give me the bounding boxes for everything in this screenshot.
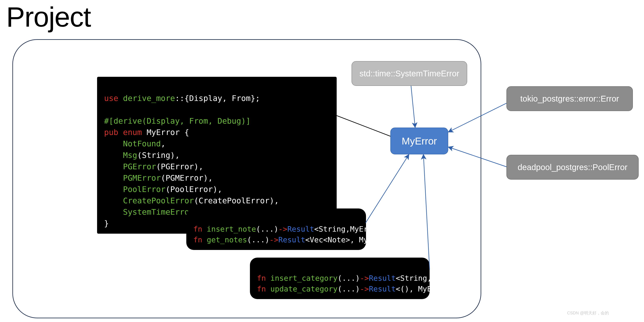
node-systemtime-error: std::time::SystemTimeError — [352, 61, 467, 86]
node-label: deadpool_postgres::PoolError — [518, 163, 627, 172]
node-label: std::time::SystemTimeError — [360, 69, 459, 78]
node-tokio-error: tokio_postgres::error::Error — [506, 86, 633, 111]
code-notes-fns: fn insert_note(...)->Result<String,MyErr… — [186, 209, 366, 250]
watermark: CSDN @明天好，会的 — [567, 310, 609, 316]
node-label: MyError — [402, 135, 437, 147]
node-label: tokio_postgres::error::Error — [520, 94, 619, 103]
code-category-fns: fn insert_category(...)->Result<String,M… — [250, 258, 430, 299]
node-deadpool-error: deadpool_postgres::PoolError — [506, 155, 639, 180]
node-myerror: MyError — [390, 128, 448, 154]
page-title: Project — [6, 1, 91, 33]
